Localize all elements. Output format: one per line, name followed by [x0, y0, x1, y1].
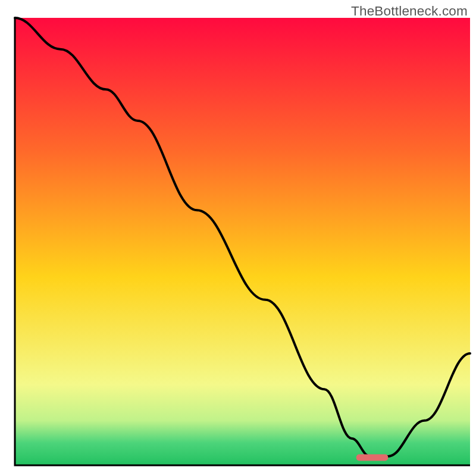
- optimal-marker: [356, 454, 389, 461]
- chart-container: TheBottleneck.com: [0, 0, 476, 476]
- watermark-text: TheBottleneck.com: [351, 4, 468, 19]
- plot-background: [15, 18, 470, 465]
- bottleneck-chart: [0, 0, 476, 476]
